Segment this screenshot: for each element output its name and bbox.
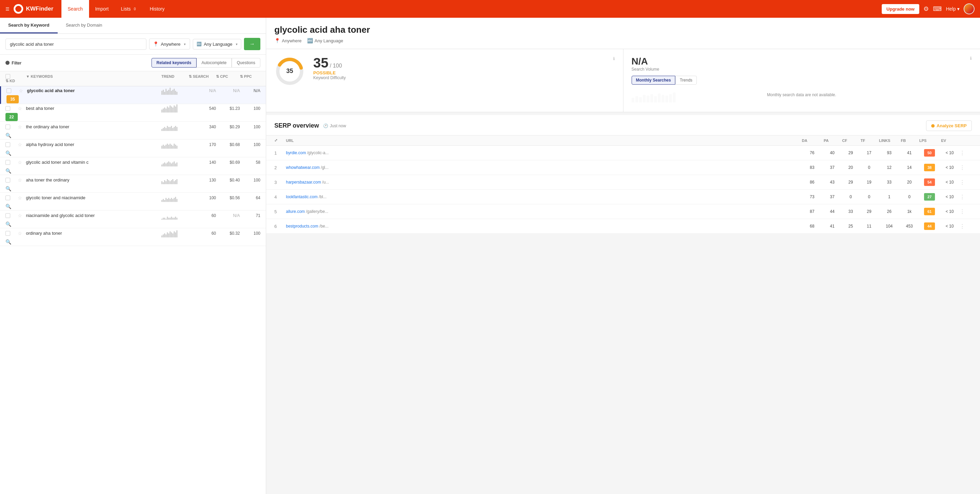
analyze-serp-button[interactable]: Analyze SERP	[926, 121, 972, 131]
nav-tab-history[interactable]: History	[144, 0, 171, 18]
serp-row-menu[interactable]: ⋮	[959, 208, 972, 215]
search-kd-icon[interactable]: 🔍	[5, 151, 11, 156]
tab-autocomplete[interactable]: Autocomplete	[197, 58, 232, 68]
serp-url-link[interactable]: lookfantastic.com /bl...	[286, 194, 326, 199]
keyword-row[interactable]: ☆ best aha toner 540 $1.23 100 22	[0, 104, 266, 122]
row-checkbox[interactable]	[5, 195, 18, 200]
row-checkbox[interactable]	[5, 213, 18, 218]
serp-row[interactable]: 6 bestproducts.com /be... 68 41 25 11 10…	[266, 219, 980, 234]
row-checkbox[interactable]	[6, 88, 19, 93]
tab-related-keywords[interactable]: Related keywords	[151, 58, 197, 68]
serp-url[interactable]: bestproducts.com /be...	[286, 224, 800, 229]
star-icon[interactable]: ☆	[18, 124, 22, 130]
language-select[interactable]: 🔤 Any Language ▾	[193, 39, 241, 49]
serp-row[interactable]: 1 byrdie.com /glycolic-a... 76 40 29 17 …	[266, 146, 980, 160]
serp-url-link[interactable]: harpersbazaar.com /u...	[286, 180, 329, 184]
row-star[interactable]: ☆	[18, 160, 26, 165]
row-star[interactable]: ☆	[18, 195, 26, 200]
help-button[interactable]: Help ▾	[946, 6, 959, 12]
menu-dots-icon[interactable]: ⋮	[959, 179, 965, 185]
row-checkbox[interactable]	[5, 106, 18, 111]
search-kd-icon[interactable]: 🔍	[5, 221, 11, 227]
star-icon[interactable]: ☆	[18, 195, 22, 200]
row-star[interactable]: ☆	[18, 230, 26, 236]
menu-dots-icon[interactable]: ⋮	[959, 165, 965, 171]
sv-info-icon[interactable]: ℹ	[970, 56, 972, 61]
serp-url-link[interactable]: whowhatwear.com /gl...	[286, 165, 329, 170]
serp-row[interactable]: 4 lookfantastic.com /bl... 73 37 0 0 1 0…	[266, 190, 980, 204]
tab-search-by-keyword[interactable]: Search by Keyword	[0, 18, 58, 33]
row-star[interactable]: ☆	[18, 124, 26, 130]
star-icon[interactable]: ☆	[18, 177, 22, 183]
row-star[interactable]: ☆	[18, 106, 26, 111]
nav-tab-lists[interactable]: Lists 0	[115, 0, 143, 18]
star-icon[interactable]: ☆	[19, 88, 23, 94]
keyword-row[interactable]: ☆ niacinamide and glycolic acid toner 60…	[0, 211, 266, 228]
row-star[interactable]: ☆	[18, 177, 26, 183]
serp-url[interactable]: whowhatwear.com /gl...	[286, 165, 800, 170]
search-kd-icon[interactable]: 🔍	[5, 239, 11, 245]
search-submit-button[interactable]: →	[244, 38, 260, 50]
serp-row-menu[interactable]: ⋮	[959, 223, 972, 230]
serp-row-menu[interactable]: ⋮	[959, 164, 972, 171]
row-checkbox[interactable]	[5, 142, 18, 147]
search-kd-icon[interactable]: 🔍	[5, 186, 11, 191]
serp-row-menu[interactable]: ⋮	[959, 194, 972, 200]
search-kd-icon[interactable]: 🔍	[5, 133, 11, 138]
keyword-row[interactable]: ☆ alpha hydroxy acid toner 170 $0.68 100…	[0, 140, 266, 157]
menu-dots-icon[interactable]: ⋮	[959, 209, 965, 214]
serp-url[interactable]: lookfantastic.com /bl...	[286, 194, 800, 199]
row-star[interactable]: ☆	[18, 142, 26, 148]
menu-dots-icon[interactable]: ⋮	[959, 150, 965, 156]
row-checkbox[interactable]	[5, 231, 18, 236]
sv-tab-monthly[interactable]: Monthly Searches	[632, 76, 676, 84]
serp-url[interactable]: byrdie.com /glycolic-a...	[286, 151, 800, 155]
serp-row[interactable]: 5 allure.com /gallery/be... 87 44 33 29 …	[266, 204, 980, 219]
keyword-row[interactable]: ☆ the ordinary aha toner 340 $0.29 100 🔍	[0, 122, 266, 140]
star-icon[interactable]: ☆	[18, 142, 22, 148]
search-kd-icon[interactable]: 🔍	[5, 168, 11, 174]
keyword-row[interactable]: ☆ glycolic acid aha toner N/A N/A N/A 35	[0, 86, 266, 104]
serp-row-menu[interactable]: ⋮	[959, 150, 972, 156]
row-star[interactable]: ☆	[18, 213, 26, 218]
keyboard-icon[interactable]: ⌨	[933, 5, 942, 13]
hamburger-icon[interactable]: ☰	[5, 6, 10, 12]
menu-dots-icon[interactable]: ⋮	[959, 224, 965, 229]
tab-questions[interactable]: Questions	[232, 58, 260, 68]
row-star[interactable]: ☆	[19, 88, 27, 94]
keyword-row[interactable]: ☆ glycolic toner and niacinamide 100 $0.…	[0, 193, 266, 211]
serp-url-link[interactable]: bestproducts.com /be...	[286, 224, 329, 229]
star-icon[interactable]: ☆	[18, 230, 22, 236]
search-kd-icon[interactable]: 🔍	[5, 204, 11, 209]
upgrade-button[interactable]: Upgrade now	[882, 4, 919, 14]
filter-toggle[interactable]: Filter	[5, 60, 22, 65]
serp-url[interactable]: harpersbazaar.com /u...	[286, 180, 800, 184]
keyword-row[interactable]: ☆ aha toner the ordinary 130 $0.40 100 🔍	[0, 175, 266, 193]
serp-row[interactable]: 2 whowhatwear.com /gl... 83 37 20 0 12 1…	[266, 160, 980, 175]
star-icon[interactable]: ☆	[18, 106, 22, 111]
keyword-row[interactable]: ☆ glycolic acid toner and vitamin c 140 …	[0, 157, 266, 175]
nav-tab-search[interactable]: Search	[61, 0, 89, 18]
serp-row-menu[interactable]: ⋮	[959, 179, 972, 186]
row-checkbox[interactable]	[5, 178, 18, 183]
menu-dots-icon[interactable]: ⋮	[959, 194, 965, 200]
tab-search-by-domain[interactable]: Search by Domain	[58, 18, 111, 33]
serp-url-link[interactable]: allure.com /gallery/be...	[286, 209, 328, 214]
user-avatar[interactable]	[964, 3, 975, 14]
sv-tab-trends[interactable]: Trends	[675, 76, 697, 84]
kd-info-icon[interactable]: ℹ	[613, 56, 615, 61]
keyword-search-input[interactable]	[5, 38, 146, 50]
star-icon[interactable]: ☆	[18, 213, 22, 218]
serp-url-link[interactable]: byrdie.com /glycolic-a...	[286, 151, 329, 155]
location-select[interactable]: 📍 Anywhere ▾	[149, 38, 190, 49]
brand-logo[interactable]: KWFinder	[14, 4, 53, 14]
keyword-row[interactable]: ☆ ordinary aha toner 60 $0.32 100 🔍	[0, 228, 266, 246]
serp-row[interactable]: 3 harpersbazaar.com /u... 86 43 29 19 33…	[266, 175, 980, 190]
row-checkbox[interactable]	[5, 160, 18, 165]
trend-bar	[174, 181, 175, 184]
nav-tab-import[interactable]: Import	[89, 0, 115, 18]
star-icon[interactable]: ☆	[18, 160, 22, 165]
row-checkbox[interactable]	[5, 124, 18, 129]
settings-icon[interactable]: ⚙	[923, 5, 929, 13]
serp-url[interactable]: allure.com /gallery/be...	[286, 209, 800, 214]
